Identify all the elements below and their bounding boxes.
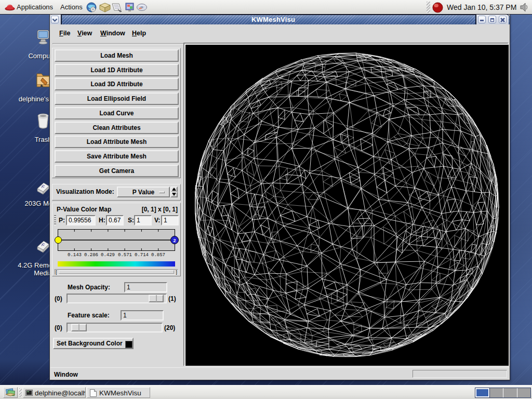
svg-text:2: 2 (173, 238, 176, 243)
